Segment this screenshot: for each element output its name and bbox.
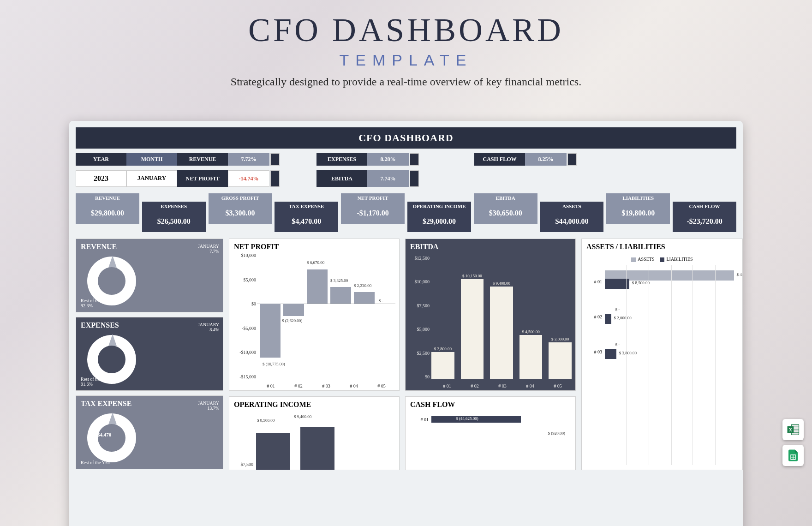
month-value[interactable]: JANUARY (126, 170, 177, 187)
revenue-pct: 7.72% (228, 153, 269, 166)
hero-desc: Strategically designed to provide a real… (0, 69, 812, 88)
year-value[interactable]: 2023 (76, 170, 126, 187)
assets-title: ASSETS / LIABILITIES (582, 239, 742, 255)
revenue-spark-icon (270, 153, 280, 166)
expenses-label: EXPENSES (316, 153, 367, 166)
netprofit-panel: NET PROFIT $10,000$5,000$0-$5,000-$10,00… (229, 239, 400, 391)
cashflow-row-1: # 01 $ (44,625.00) (410, 415, 571, 424)
file-format-icons: X (782, 419, 804, 466)
expenses-spark-icon (410, 153, 419, 166)
cashflow-row-2: $ (920.00) (410, 430, 571, 438)
month-label: MONTH (126, 153, 177, 166)
year-label: YEAR (76, 153, 126, 166)
netprofit-pct: -14.74% (228, 170, 269, 187)
revenue-label: REVENUE (177, 153, 228, 166)
netprofit-title: NET PROFIT (229, 239, 399, 255)
kpi-ebitda: EBITDA $30,650.00 (474, 193, 537, 232)
controls-row-2: 2023 JANUARY NET PROFIT -14.74% EBITDA 7… (76, 170, 736, 187)
cashflow-label: CASH FLOW (474, 153, 525, 166)
netprofit-spark-icon (270, 170, 280, 187)
controls-row-1: YEAR MONTH REVENUE 7.72% EXPENSES 8.28% … (76, 153, 736, 166)
legend-liabilities: LIABILITIES (666, 257, 693, 262)
donut-column: REVENUE JANUARY7.7% Rest of the Year92.3… (76, 239, 223, 470)
legend-assets: ASSETS (638, 257, 654, 262)
excel-icon[interactable]: X (782, 419, 804, 440)
kpi-gross-profit: GROSS PROFIT $3,300.00 (209, 193, 272, 232)
charts-grid: REVENUE JANUARY7.7% Rest of the Year92.3… (76, 239, 736, 470)
ebitda-panel: EBITDA $12,500$10,000$7,500$5,000$2,500$… (405, 239, 576, 391)
hero-title: CFO DASHBOARD (0, 0, 812, 49)
dashboard-frame: CFO DASHBOARD YEAR MONTH REVENUE 7.72% E… (69, 121, 743, 526)
ebitda-title: EBITDA (406, 239, 575, 255)
kpi-expenses: EXPENSES $26,500.00 (142, 202, 206, 232)
cashflow-pct: 8.25% (525, 153, 567, 166)
kpi-tax-expense: TAX EXPENSE $4,470.00 (275, 202, 338, 232)
ebitda-spark-icon (410, 170, 419, 187)
cashflow-val-2: $ (920.00) (548, 431, 566, 436)
ebitda-label: EBITDA (316, 170, 367, 187)
sheets-icon[interactable] (782, 445, 804, 466)
donut-expenses: EXPENSES JANUARY8.4% Rest of the Year91.… (76, 317, 223, 391)
hero-subtitle: TEMPLATE (0, 49, 812, 69)
kpi-operating-income: OPERATING INCOME $29,000.00 (407, 202, 471, 232)
expenses-pct: 8.28% (367, 153, 409, 166)
dashboard-title: CFO DASHBOARD (76, 127, 736, 149)
donut-revenue: REVENUE JANUARY7.7% Rest of the Year92.3… (76, 239, 223, 312)
ebitda-pct: 7.74% (367, 170, 409, 187)
cashflow-title: CASH FLOW (406, 397, 575, 412)
kpi-cash-flow: CASH FLOW -$23,720.00 (673, 202, 736, 232)
svg-text:X: X (789, 427, 793, 432)
kpi-net-profit: NET PROFIT -$1,170.00 (341, 193, 405, 232)
cashflow-cat-1: # 01 (414, 417, 431, 422)
cashflow-panel: CASH FLOW # 01 $ (44,625.00) $ (920.00) (405, 396, 576, 470)
assets-panel: ASSETS / LIABILITIES ASSETS LIABILITIES … (581, 239, 743, 470)
cashflow-val-1: $ (44,625.00) (456, 416, 478, 421)
kpi-row: REVENUE $29,800.00EXPENSES $26,500.00GRO… (76, 193, 736, 232)
kpi-assets: ASSETS $44,000.00 (540, 202, 604, 232)
netprofit-label: NET PROFIT (177, 170, 228, 187)
cashflow-spark-icon (567, 153, 577, 166)
kpi-liabilities: LIABILITIES $19,800.00 (606, 193, 670, 232)
opinc-panel: OPERATING INCOME $7,500 $ 8,500.00 $ 9,4… (229, 396, 400, 470)
opinc-bar1-label: $ 8,500.00 (257, 418, 275, 423)
opinc-title: OPERATING INCOME (229, 397, 399, 412)
opinc-bar2-label: $ 9,400.00 (294, 414, 311, 419)
donut-tax-expense: TAX EXPENSE $4,470 JANUARY13.7% Rest of … (76, 395, 223, 469)
kpi-revenue: REVENUE $29,800.00 (76, 193, 139, 232)
assets-legend: ASSETS LIABILITIES (582, 255, 742, 264)
